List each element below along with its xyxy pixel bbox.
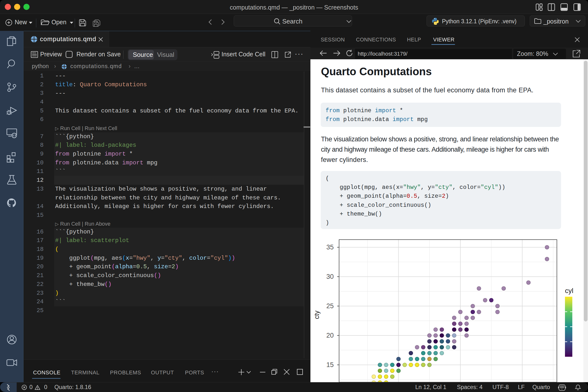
svg-text:30: 30 (326, 273, 334, 280)
svg-text:cty: cty (313, 310, 320, 319)
svg-text:20: 20 (326, 332, 334, 339)
svg-text:35: 35 (326, 244, 334, 251)
svg-text:25: 25 (326, 302, 334, 310)
svg-text:cyl: cyl (565, 287, 573, 294)
svg-text:15: 15 (326, 361, 334, 368)
